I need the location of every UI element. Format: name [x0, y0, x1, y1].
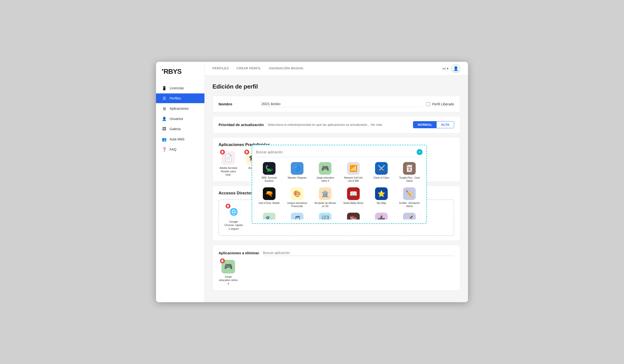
galeria-icon: 🖼: [162, 127, 167, 131]
perfil-liberado-label: Perfil Liberado: [432, 102, 454, 106]
dropdown-app-acropolis[interactable]: 🏛️ Acrópolis de Atenas en 3D: [312, 186, 338, 209]
dropdown-label-tongits: Tongits Plus - Card Game: [398, 176, 420, 182]
sidebar-label-aplicaciones: Aplicaciones: [170, 106, 189, 110]
user-avatar[interactable]: 👤: [451, 64, 460, 73]
dropdown-icon-sumas: ➕: [375, 213, 388, 219]
predefined-app-acrobat[interactable]: 🗑 📄 Adobe Acrobat Reader para PDF: [219, 151, 238, 177]
dropdown-label-clash: Clash of Clans: [373, 176, 389, 179]
page-title: Edición de perfil: [212, 83, 460, 90]
app-search-overlay: + 🦕 ARK: Survival Evolved 🔷 Maestro Tang…: [252, 145, 427, 224]
dropdown-app-tongits[interactable]: 🃏 Tongits Plus - Card Game: [396, 161, 422, 183]
nombre-card: Nombre 20/21 kiosko Perfil Liberado: [212, 96, 460, 112]
sidebar-item-faq[interactable]: ❓ FAQ: [156, 145, 205, 154]
dropdown-icon-biblia: 📖: [347, 187, 360, 200]
usuarios-icon: 👤: [162, 116, 167, 121]
acceso-app-chrome[interactable]: 🗑 🌐 Google Chrome: rápido y seguro: [224, 205, 243, 231]
nav-asignacion[interactable]: ASIGNACIÓN MASIVA: [269, 65, 304, 72]
licencias-icon: 📱: [162, 86, 167, 91]
main-content: PERFILES CREAR PERFIL ASIGNACIÓN MASIVA …: [205, 62, 468, 302]
dropdown-label-acropolis: Acrópolis de Atenas en 3D: [314, 202, 336, 208]
eliminar-apps-row: 🗑 🎮 Juego educativo niños 4: [219, 260, 454, 286]
app-icon-acrobat: 🗑 📄: [221, 151, 235, 165]
eliminar-icon-juego4-el: 🗑 🎮: [221, 260, 235, 273]
dropdown-label-network: Network Cell Info Lite & Wifi: [342, 176, 364, 182]
sidebar-item-galeria[interactable]: 🖼 Galeria: [156, 124, 205, 134]
prioridad-label: Prioridad de actualización: [219, 123, 264, 127]
sidebar-item-usuarios[interactable]: 👤 Usuarios: [156, 114, 205, 124]
priority-alta-btn[interactable]: ALTA: [437, 121, 454, 128]
dropdown-icon-scribbl: ✏️: [403, 187, 416, 200]
dropdown-app-juego4[interactable]: 🎮 Juego educativo niños 4: [312, 161, 338, 183]
page-content: Edición de perfil Nombre 20/21 kiosko Pe…: [205, 76, 468, 302]
app-search-input[interactable]: [256, 150, 415, 154]
dropdown-app-curso[interactable]: 🎵 CURSO PARA LEER MÚSICA: [284, 212, 310, 219]
dropdown-icon-tongits: 🃏: [403, 162, 416, 175]
nombre-label: Nombre: [219, 102, 258, 106]
app-search-bar: +: [256, 149, 422, 157]
apps-eliminar-label: Aplicaciones a eliminar: [219, 251, 259, 255]
dropdown-icon-pocoyo: 🔢: [319, 213, 332, 219]
dropdown-icon-maestro: 🔷: [291, 162, 304, 175]
dropdown-app-scribbl[interactable]: ✏️ Scribbl - Animación efecto: [396, 186, 422, 209]
dropdown-label-ark: ARK: Survival Evolved: [258, 176, 280, 182]
dropdown-label-skymap: Sky Map: [377, 202, 386, 205]
dropdown-icon-acropolis: 🏛️: [319, 187, 332, 200]
aplicaciones-icon: ⊞: [162, 106, 167, 111]
nav-crear-perfil[interactable]: CREAR PERFIL: [236, 65, 261, 72]
prioridad-description: Selecciona el método/prioridad en que la…: [268, 123, 409, 127]
dropdown-icon-juego4: 🎮: [319, 162, 332, 175]
sidebar-label-licencias: Licencias: [170, 86, 184, 90]
apps-eliminar-search[interactable]: [263, 250, 454, 256]
dropdown-app-network[interactable]: 📶 Network Cell Info Lite & Wifi: [340, 161, 366, 183]
dropdown-app-juegospre[interactable]: 🎨 Juegos educativos Preescolar: [284, 186, 310, 209]
sidebar-nav: 📱 Licencias☰ Perfiles⊞ Aplicaciones👤 Usu…: [156, 83, 205, 154]
dropdown-app-labiblia[interactable]: 📚 La Biblia de Jerusalén: [340, 212, 366, 219]
topnav-right: es ▾ 👤: [442, 64, 460, 73]
prioridad-card: Prioridad de actualización Selecciona el…: [212, 116, 460, 133]
apps-predefinidas-card: Aplicaciones Predefinidas 🗑 📄 Adobe Acro…: [212, 137, 460, 182]
nombre-value[interactable]: 20/21 kiosko: [261, 101, 422, 107]
dropdown-label-cod: Call of Duty: Mobile: [259, 202, 280, 205]
sidebar-item-perfiles[interactable]: ☰ Perfiles: [156, 93, 205, 103]
app-search-plus-btn[interactable]: +: [417, 149, 422, 155]
dropdown-app-sumas[interactable]: ➕ Sumas y Restas: [368, 212, 394, 219]
priority-normal-btn[interactable]: NORMAL: [413, 121, 437, 128]
dropdown-icon-ark: 🦕: [263, 162, 276, 175]
perfil-liberado-checkbox[interactable]: [426, 102, 430, 106]
dropdown-app-genshin[interactable]: 🗡️ Genshin Impact: [396, 212, 422, 219]
faq-icon: ❓: [162, 147, 167, 152]
perfil-liberado-row: Perfil Liberado: [426, 102, 454, 106]
dropdown-icon-cod: 🔫: [263, 187, 276, 200]
dropdown-icon-network: 📶: [347, 162, 360, 175]
dropdown-app-skymap[interactable]: ⭐ Sky Map: [368, 186, 394, 209]
nav-perfiles[interactable]: PERFILES: [212, 65, 229, 72]
priority-buttons: NORMAL ALTA: [413, 121, 454, 128]
dropdown-icon-kinder: 🐾: [263, 213, 276, 219]
sidebar-logo: RBYS: [156, 68, 205, 83]
acceso-icon-chrome: 🗑 🌐: [227, 205, 240, 218]
dropdown-icon-curso: 🎵: [291, 213, 304, 219]
app-label-acrobat: Adobe Acrobat Reader para PDF: [219, 166, 238, 177]
aulaweb-icon: 👥: [162, 137, 167, 142]
perfiles-icon: ☰: [162, 96, 167, 101]
dropdown-app-maestro[interactable]: 🔷 Maestro Tangram: [284, 161, 310, 183]
sidebar-item-licencias[interactable]: 📱 Licencias: [156, 83, 205, 93]
dropdown-app-clash[interactable]: ⚔️ Clash of Clans: [368, 161, 394, 183]
dropdown-app-ark[interactable]: 🦕 ARK: Survival Evolved: [256, 161, 282, 183]
sidebar-label-galeria: Galeria: [170, 127, 181, 131]
sidebar-item-aplicaciones[interactable]: ⊞ Aplicaciones: [156, 104, 205, 113]
sidebar-item-aulaweb[interactable]: 👥 Aula Web: [156, 134, 205, 144]
acceso-badge-chrome: 🗑: [226, 204, 231, 208]
dropdown-app-biblia[interactable]: 📖 Santa Biblia Reina: [340, 186, 366, 209]
sidebar-label-perfiles: Perfiles: [170, 96, 181, 100]
dropdown-app-kinder[interactable]: 🐾 Kinder: animales: [256, 212, 282, 219]
dropdown-icon-genshin: 🗡️: [403, 213, 416, 219]
eliminar-app-juego4-el[interactable]: 🗑 🎮 Juego educativo niños 4: [219, 260, 238, 286]
dropdown-app-pocoyo[interactable]: 🔢 Pocoyo 1,2,3 Juegos de números: [312, 212, 338, 219]
dropdown-apps-grid: 🦕 ARK: Survival Evolved 🔷 Maestro Tangra…: [256, 161, 422, 219]
language-selector[interactable]: es ▾: [442, 67, 448, 70]
dropdown-app-cod[interactable]: 🔫 Call of Duty: Mobile: [256, 186, 282, 209]
sidebar-label-aulaweb: Aula Web: [170, 137, 184, 141]
sidebar-label-faq: FAQ: [170, 147, 177, 151]
apps-eliminar-card: Aplicaciones a eliminar 🗑 🎮 Juego educat…: [212, 245, 460, 290]
